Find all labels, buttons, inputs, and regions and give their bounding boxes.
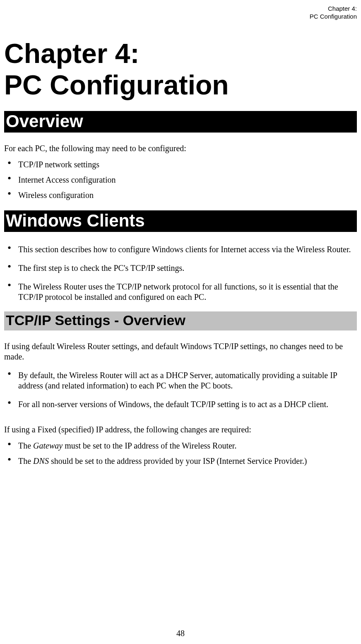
list-item: Wireless configuration [4, 190, 357, 200]
overview-bullets: TCP/IP network settings Internet Access … [4, 159, 357, 200]
text-fragment: The [18, 441, 33, 450]
running-header-line2: PC Configuration [310, 13, 357, 21]
page-number: 48 [0, 629, 361, 638]
emphasis-dns: DNS [33, 456, 49, 466]
list-item: The Gateway must be set to the IP addres… [4, 441, 357, 451]
tcpip-intro2: If using a Fixed (specified) IP address,… [4, 425, 357, 435]
list-item: The first step is to check the PC's TCP/… [4, 263, 357, 273]
section-heading-windows-clients: Windows Clients [4, 210, 357, 232]
list-item: TCP/IP network settings [4, 159, 357, 170]
text-fragment: must be set to the IP address of the Wir… [63, 441, 236, 450]
tcpip-intro: If using default Wireless Router setting… [4, 341, 357, 362]
emphasis-gateway: Gateway [33, 441, 63, 450]
running-header-line1: Chapter 4: [310, 5, 357, 13]
tcpip-bullets-2: The Gateway must be set to the IP addres… [4, 441, 357, 466]
list-item: For all non-server versions of Windows, … [4, 399, 357, 410]
page: Chapter 4: PC Configuration Chapter 4: P… [0, 0, 361, 644]
section-heading-tcpip-settings: TCP/IP Settings - Overview [4, 311, 357, 330]
list-item: By default, the Wireless Router will act… [4, 370, 357, 391]
list-item: This section describes how to configure … [4, 244, 357, 255]
section-heading-overview: Overview [4, 111, 357, 133]
tcpip-bullets-1: By default, the Wireless Router will act… [4, 370, 357, 410]
chapter-title-line1: Chapter 4: [4, 38, 357, 70]
overview-intro: For each PC, the following may need to b… [4, 143, 357, 154]
windows-clients-bullets: This section describes how to configure … [4, 244, 357, 302]
list-item: The DNS should be set to the address pro… [4, 456, 357, 466]
list-item: The Wireless Router uses the TCP/IP netw… [4, 282, 357, 302]
chapter-title: Chapter 4: PC Configuration [4, 0, 357, 101]
text-fragment: The [18, 456, 33, 466]
list-item: Internet Access configuration [4, 175, 357, 185]
running-header: Chapter 4: PC Configuration [310, 5, 357, 21]
text-fragment: should be set to the address provided by… [49, 456, 307, 466]
chapter-title-line2: PC Configuration [4, 70, 357, 101]
